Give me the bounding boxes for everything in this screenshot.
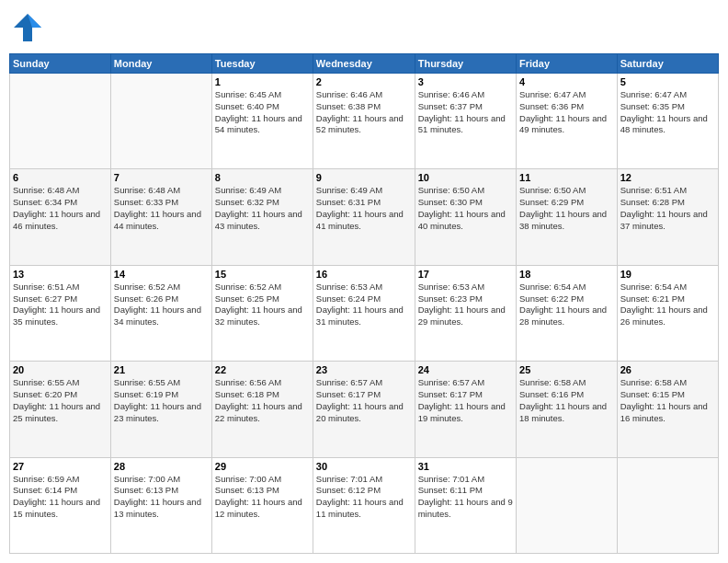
weekday-header-monday: Monday <box>110 54 211 74</box>
day-info-line: Sunset: 6:15 PM <box>620 389 715 401</box>
day-info-line: Sunrise: 7:01 AM <box>418 474 513 486</box>
day-cell: 30Sunrise: 7:01 AMSunset: 6:12 PMDayligh… <box>313 457 415 553</box>
day-info-line: Sunrise: 6:54 AM <box>620 282 715 293</box>
day-info-line: Sunset: 6:18 PM <box>215 389 310 401</box>
day-info-line: Daylight: 11 hours and 12 minutes. <box>215 497 310 521</box>
day-info-line: Daylight: 11 hours and 51 minutes. <box>418 113 513 137</box>
day-info-line: Sunrise: 6:59 AM <box>13 474 108 486</box>
day-number: 24 <box>418 364 513 375</box>
day-info-line: Sunrise: 6:50 AM <box>519 185 614 197</box>
day-info-line: Daylight: 11 hours and 43 minutes. <box>215 209 310 233</box>
day-cell: 19Sunrise: 6:54 AMSunset: 6:21 PMDayligh… <box>617 265 718 361</box>
day-info-line: Daylight: 11 hours and 44 minutes. <box>114 209 209 233</box>
week-row-4: 20Sunrise: 6:55 AMSunset: 6:20 PMDayligh… <box>10 362 719 457</box>
day-number: 9 <box>316 172 412 183</box>
day-info-line: Daylight: 11 hours and 29 minutes. <box>418 304 513 328</box>
day-number: 22 <box>215 364 310 375</box>
day-cell: 9Sunrise: 6:49 AMSunset: 6:31 PMDaylight… <box>313 169 415 265</box>
day-info-line: Sunrise: 6:45 AM <box>215 89 310 101</box>
day-info-line: Sunrise: 6:58 AM <box>519 377 614 389</box>
day-info-line: Sunrise: 6:53 AM <box>316 282 412 293</box>
day-info-line: Sunrise: 6:49 AM <box>316 185 412 197</box>
day-cell: 15Sunrise: 6:52 AMSunset: 6:25 PMDayligh… <box>211 265 313 361</box>
day-info-line: Sunset: 6:25 PM <box>215 293 310 305</box>
day-cell: 7Sunrise: 6:48 AMSunset: 6:33 PMDaylight… <box>110 169 211 265</box>
day-info-line: Daylight: 11 hours and 28 minutes. <box>519 304 614 328</box>
day-number: 10 <box>418 172 513 183</box>
day-cell: 5Sunrise: 6:47 AMSunset: 6:35 PMDaylight… <box>617 74 718 169</box>
day-number: 30 <box>316 461 412 472</box>
day-number: 26 <box>620 364 715 375</box>
day-number: 12 <box>620 172 715 183</box>
day-info-line: Daylight: 11 hours and 11 minutes. <box>316 497 412 521</box>
day-info-line: Sunset: 6:13 PM <box>215 485 310 497</box>
day-info-line: Sunrise: 6:57 AM <box>316 377 412 389</box>
day-info-line: Sunrise: 6:52 AM <box>215 282 310 293</box>
day-number: 27 <box>13 461 108 472</box>
day-cell <box>10 74 111 169</box>
day-info-line: Daylight: 11 hours and 23 minutes. <box>114 401 209 425</box>
day-info-line: Sunset: 6:23 PM <box>418 293 513 305</box>
day-info-line: Daylight: 11 hours and 9 minutes. <box>418 497 513 521</box>
weekday-header-wednesday: Wednesday <box>313 54 415 74</box>
day-cell: 22Sunrise: 6:56 AMSunset: 6:18 PMDayligh… <box>211 362 313 457</box>
day-info-line: Sunrise: 6:46 AM <box>316 89 412 101</box>
day-info-line: Sunrise: 7:00 AM <box>215 474 310 486</box>
day-info-line: Sunrise: 6:46 AM <box>418 89 513 101</box>
day-info-line: Daylight: 11 hours and 49 minutes. <box>519 113 614 137</box>
day-number: 16 <box>316 269 412 280</box>
day-info-line: Daylight: 11 hours and 41 minutes. <box>316 209 412 233</box>
day-number: 1 <box>215 76 310 87</box>
day-number: 2 <box>316 76 412 87</box>
day-cell: 31Sunrise: 7:01 AMSunset: 6:11 PMDayligh… <box>415 457 516 553</box>
day-info-line: Sunrise: 6:53 AM <box>418 282 513 293</box>
weekday-header-thursday: Thursday <box>415 54 516 74</box>
day-info-line: Daylight: 11 hours and 46 minutes. <box>13 209 108 233</box>
day-info-line: Sunset: 6:20 PM <box>13 389 108 401</box>
day-info-line: Daylight: 11 hours and 40 minutes. <box>418 209 513 233</box>
day-info-line: Sunset: 6:27 PM <box>13 293 108 305</box>
day-number: 8 <box>215 172 310 183</box>
day-info-line: Sunrise: 6:47 AM <box>620 89 715 101</box>
day-info-line: Sunrise: 6:51 AM <box>620 185 715 197</box>
day-cell: 10Sunrise: 6:50 AMSunset: 6:30 PMDayligh… <box>415 169 516 265</box>
day-cell <box>517 457 618 553</box>
day-number: 21 <box>114 364 209 375</box>
day-info-line: Daylight: 11 hours and 35 minutes. <box>13 304 108 328</box>
day-cell: 25Sunrise: 6:58 AMSunset: 6:16 PMDayligh… <box>517 362 618 457</box>
day-number: 25 <box>519 364 614 375</box>
day-cell <box>110 74 211 169</box>
day-cell: 16Sunrise: 6:53 AMSunset: 6:24 PMDayligh… <box>313 265 415 361</box>
day-cell: 21Sunrise: 6:55 AMSunset: 6:19 PMDayligh… <box>110 362 211 457</box>
page: SundayMondayTuesdayWednesdayThursdayFrid… <box>0 0 728 563</box>
day-info-line: Daylight: 11 hours and 37 minutes. <box>620 209 715 233</box>
day-info-line: Sunset: 6:33 PM <box>114 197 209 209</box>
day-info-line: Daylight: 11 hours and 38 minutes. <box>519 209 614 233</box>
day-info-line: Daylight: 11 hours and 52 minutes. <box>316 113 412 137</box>
day-info-line: Sunrise: 6:56 AM <box>215 377 310 389</box>
day-cell: 12Sunrise: 6:51 AMSunset: 6:28 PMDayligh… <box>617 169 718 265</box>
day-info-line: Sunrise: 6:48 AM <box>13 185 108 197</box>
day-number: 6 <box>13 172 108 183</box>
day-cell: 3Sunrise: 6:46 AMSunset: 6:37 PMDaylight… <box>415 74 516 169</box>
day-cell: 1Sunrise: 6:45 AMSunset: 6:40 PMDaylight… <box>211 74 313 169</box>
weekday-header-saturday: Saturday <box>617 54 718 74</box>
day-info-line: Sunset: 6:17 PM <box>418 389 513 401</box>
day-number: 28 <box>114 461 209 472</box>
logo <box>9 9 50 46</box>
day-cell: 13Sunrise: 6:51 AMSunset: 6:27 PMDayligh… <box>10 265 111 361</box>
day-info-line: Sunrise: 6:50 AM <box>418 185 513 197</box>
day-info-line: Sunset: 6:22 PM <box>519 293 614 305</box>
day-info-line: Sunset: 6:16 PM <box>519 389 614 401</box>
day-cell: 14Sunrise: 6:52 AMSunset: 6:26 PMDayligh… <box>110 265 211 361</box>
week-row-3: 13Sunrise: 6:51 AMSunset: 6:27 PMDayligh… <box>10 265 719 361</box>
day-info-line: Sunset: 6:31 PM <box>316 197 412 209</box>
day-number: 29 <box>215 461 310 472</box>
day-number: 23 <box>316 364 412 375</box>
day-info-line: Sunset: 6:30 PM <box>418 197 513 209</box>
week-row-1: 1Sunrise: 6:45 AMSunset: 6:40 PMDaylight… <box>10 74 719 169</box>
day-info-line: Daylight: 11 hours and 31 minutes. <box>316 304 412 328</box>
day-number: 14 <box>114 269 209 280</box>
day-info-line: Daylight: 11 hours and 25 minutes. <box>13 401 108 425</box>
day-info-line: Sunset: 6:29 PM <box>519 197 614 209</box>
